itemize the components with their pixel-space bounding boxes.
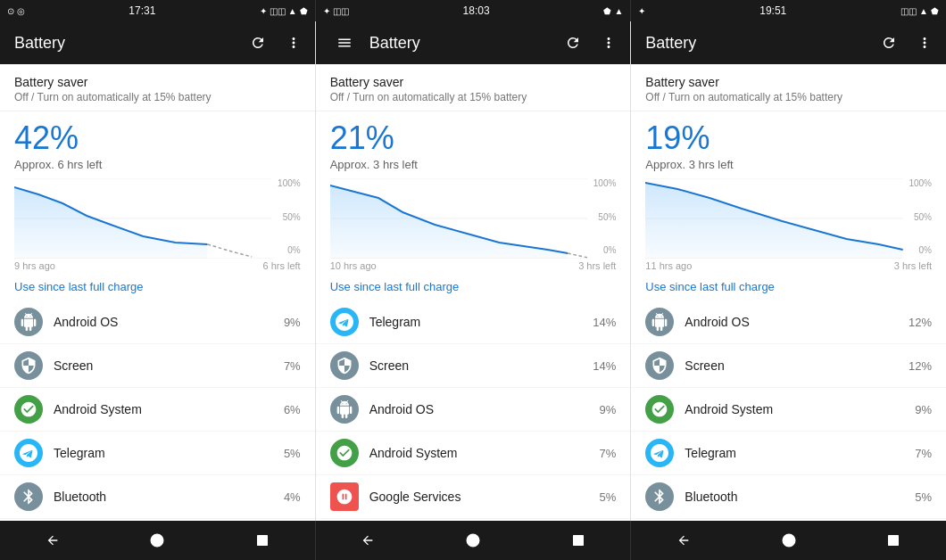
chart-time-labels-3: 11 hrs ago 3 hrs left (645, 260, 932, 271)
app-item-3-4[interactable]: Bluetooth 5% (631, 475, 946, 519)
battery-saver-title-2: Battery saver (330, 75, 617, 89)
screen-icon-1 (14, 351, 43, 380)
more-button-2[interactable] (594, 29, 623, 57)
bluetooth-icon-3 (645, 482, 674, 511)
home-button-1[interactable] (139, 523, 175, 558)
app-percent-3-2: 9% (915, 403, 932, 416)
recents-button-2[interactable] (560, 523, 596, 558)
app-item-2-4[interactable]: Google Services 5% (316, 475, 631, 519)
use-since-1[interactable]: Use since last full charge (0, 273, 315, 301)
app-item-1-0[interactable]: Android OS 9% (0, 301, 315, 344)
nav-bar-1 (0, 521, 315, 560)
status-time-2: 18:03 (463, 4, 490, 17)
app-item-2-1[interactable]: Screen 14% (316, 344, 631, 388)
app-name-1-3: Telegram (54, 446, 273, 460)
status-left-icons-3: ✦ (638, 6, 645, 16)
battery-panel-2: Battery Battery saver Off / Turn on auto… (315, 21, 631, 521)
battery-approx-1: Approx. 6 hrs left (14, 158, 301, 171)
battery-panel-1: Battery Battery saver Off / Turn on auto… (0, 21, 315, 521)
battery-icon-3: ⬟ (931, 6, 939, 16)
bluetooth-status-icon-2: ✦ (323, 6, 330, 16)
status-bar-1: ⊙ ◎ 17:31 ✦ ◫◫ ▲ ⬟ (0, 0, 315, 21)
chart-time-labels-1: 9 hrs ago 6 hrs left (14, 260, 301, 271)
android-os-icon-1 (14, 308, 43, 336)
back-button-1[interactable] (35, 523, 71, 558)
app-item-2-2[interactable]: Android OS 9% (316, 388, 631, 432)
battery-saver-3[interactable]: Battery saver Off / Turn on automaticall… (631, 64, 946, 111)
status-right-icons-2: ⬟ ▲ (603, 6, 623, 16)
app-item-1-3[interactable]: Telegram 5% (0, 432, 315, 475)
telegram-icon-1 (14, 439, 43, 467)
battery-main-1: 42% Approx. 6 hrs left (0, 111, 315, 175)
refresh-button-3[interactable] (875, 29, 903, 57)
svg-point-15 (467, 534, 478, 546)
app-percent-1-0: 9% (284, 316, 301, 329)
app-percent-2-2: 9% (600, 403, 617, 416)
refresh-button-2[interactable] (559, 29, 587, 57)
home-button-3[interactable] (771, 523, 807, 558)
app-percent-1-3: 5% (284, 447, 301, 460)
chart-time-right-2: 3 hrs left (578, 260, 616, 271)
chart-time-right-1: 6 hrs left (262, 260, 300, 271)
more-button-3[interactable] (910, 29, 939, 57)
recents-button-3[interactable] (875, 523, 911, 558)
telegram-icon-2 (330, 308, 359, 336)
chart-svg-2 (330, 178, 588, 259)
more-button-1[interactable] (279, 29, 308, 57)
screen-icon-2 (330, 351, 359, 380)
app-item-3-0[interactable]: Android OS 12% (631, 301, 946, 344)
battery-saver-title-3: Battery saver (645, 75, 932, 89)
battery-saver-2[interactable]: Battery saver Off / Turn on automaticall… (316, 64, 631, 111)
app-item-1-4[interactable]: Bluetooth 4% (0, 475, 315, 519)
chart-y-labels-1: 100% 50% 0% (272, 178, 301, 259)
screen-icon-3 (645, 351, 674, 380)
app-percent-3-1: 12% (909, 359, 932, 373)
svg-marker-4 (14, 187, 208, 259)
app-item-1-1[interactable]: Screen 7% (0, 344, 315, 388)
chart-time-left-3: 11 hrs ago (645, 260, 692, 271)
refresh-button-1[interactable] (244, 29, 272, 57)
battery-saver-sub-3: Off / Turn on automatically at 15% batte… (645, 91, 932, 103)
status-bar-3: ✦ 19:51 ◫◫ ▲ ⬟ (630, 0, 946, 21)
app-item-2-3[interactable]: Android System 7% (316, 432, 631, 475)
signal-icon-3: ◫◫ (900, 6, 917, 16)
app-percent-2-3: 7% (600, 447, 617, 460)
app-name-1-1: Screen (54, 358, 273, 373)
battery-panel-3: Battery Battery saver Off / Turn on auto… (630, 21, 946, 521)
app-list-2: Telegram 14% Screen 14% Android OS 9% (316, 301, 631, 521)
back-button-2[interactable] (350, 523, 386, 558)
app-item-2-0[interactable]: Telegram 14% (316, 301, 631, 344)
signal-icon: ◫◫ (270, 6, 286, 16)
wifi-icon: ▲ (288, 6, 297, 16)
app-name-2-3: Android System (369, 446, 589, 460)
chart-svg-1 (14, 178, 272, 259)
app-name-3-3: Telegram (685, 446, 904, 460)
chart-area-3: 100% 50% 0% 11 hrs ago 3 hrs left (631, 175, 946, 273)
toolbar-title-1: Battery (14, 34, 236, 53)
svg-rect-16 (573, 535, 584, 546)
back-button-3[interactable] (666, 523, 701, 558)
home-button-2[interactable] (455, 523, 491, 558)
app-percent-2-4: 5% (600, 490, 617, 504)
recents-button-1[interactable] (245, 523, 280, 558)
app-percent-2-1: 14% (593, 359, 616, 373)
status-left-icons-1: ⊙ ◎ (7, 6, 25, 16)
app-name-3-2: Android System (685, 402, 904, 416)
app-list-1: Android OS 9% Screen 7% Android System 6… (0, 301, 315, 521)
app-item-3-2[interactable]: Android System 9% (631, 388, 946, 432)
battery-saver-1[interactable]: Battery saver Off / Turn on automaticall… (0, 64, 315, 111)
app-percent-3-0: 12% (909, 316, 932, 329)
battery-percent-2: 21% (330, 122, 617, 154)
app-item-1-2[interactable]: Android System 6% (0, 388, 315, 432)
svg-marker-12 (645, 183, 903, 259)
toolbar-2: Battery (316, 21, 631, 64)
android-system-icon-3 (645, 395, 674, 424)
app-name-2-4: Google Services (369, 490, 589, 504)
app-name-1-2: Android System (54, 402, 273, 416)
use-since-2[interactable]: Use since last full charge (316, 273, 631, 301)
bluetooth-icon-1 (14, 482, 43, 511)
app-item-3-3[interactable]: Telegram 7% (631, 432, 946, 475)
hamburger-button-2[interactable] (330, 29, 359, 57)
app-item-3-1[interactable]: Screen 12% (631, 344, 946, 388)
use-since-3[interactable]: Use since last full charge (631, 273, 946, 301)
